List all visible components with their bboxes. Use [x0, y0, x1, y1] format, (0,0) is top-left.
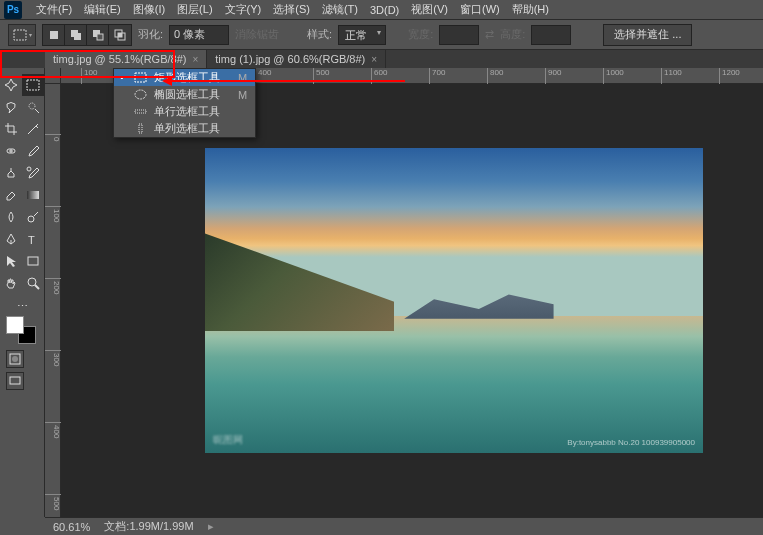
- feather-label: 羽化:: [138, 27, 163, 42]
- status-flyout-icon[interactable]: ▸: [208, 520, 214, 533]
- menu-layer[interactable]: 图层(L): [171, 0, 218, 19]
- svg-rect-5: [97, 34, 103, 40]
- document-canvas[interactable]: 昵图网 By:tonysabbb No.20 100939905000: [205, 148, 703, 453]
- svg-point-12: [27, 167, 31, 171]
- svg-rect-0: [14, 30, 26, 40]
- width-label: 宽度:: [408, 27, 433, 42]
- zoom-level[interactable]: 60.61%: [53, 521, 90, 533]
- doc-size-value: 1.99M/1.99M: [129, 520, 193, 532]
- zoom-tool[interactable]: [22, 272, 44, 294]
- swap-wh-icon: ⇄: [485, 28, 494, 41]
- options-bar: ▾ 羽化: 消除锯齿 样式: 正常 宽度: ⇄ 高度: 选择并遮住 ...: [0, 20, 763, 50]
- menu-view[interactable]: 视图(V): [405, 0, 454, 19]
- menu-filter[interactable]: 滤镜(T): [316, 0, 364, 19]
- width-input: [439, 25, 479, 45]
- brush-tool[interactable]: [22, 140, 44, 162]
- image-water: [205, 316, 703, 453]
- menu-bar: Ps 文件(F) 编辑(E) 图像(I) 图层(L) 文字(Y) 选择(S) 滤…: [0, 0, 763, 20]
- menu-edit[interactable]: 编辑(E): [78, 0, 127, 19]
- subtract-selection-icon[interactable]: [87, 25, 109, 45]
- move-tool[interactable]: [0, 74, 22, 96]
- svg-text:T: T: [28, 234, 35, 246]
- color-swatches[interactable]: [6, 316, 36, 344]
- dodge-tool[interactable]: [22, 206, 44, 228]
- document-tab[interactable]: timg.jpg @ 55.1%(RGB/8#)×: [45, 50, 207, 68]
- svg-rect-20: [10, 377, 20, 384]
- screenmode-icon[interactable]: [6, 372, 24, 390]
- history-brush-tool[interactable]: [22, 162, 44, 184]
- shape-tool[interactable]: [22, 250, 44, 272]
- path-select-tool[interactable]: [0, 250, 22, 272]
- add-selection-icon[interactable]: [65, 25, 87, 45]
- svg-point-17: [28, 278, 36, 286]
- intersect-selection-icon[interactable]: [109, 25, 131, 45]
- svg-rect-23: [135, 110, 146, 113]
- quickmask-icon[interactable]: [6, 350, 24, 368]
- marquee-tool[interactable]: [22, 74, 44, 96]
- watermark-left: 昵图网: [213, 433, 243, 447]
- svg-point-10: [29, 103, 35, 109]
- type-tool[interactable]: T: [22, 228, 44, 250]
- flyout-ellipse-marquee[interactable]: 椭圆选框工具 M: [114, 86, 255, 103]
- crop-tool[interactable]: [0, 118, 22, 140]
- flyout-label: 单列选框工具: [154, 121, 220, 136]
- ruler-vertical: 0100200300400500: [45, 84, 61, 517]
- svg-rect-13: [27, 191, 39, 199]
- svg-point-22: [135, 90, 146, 99]
- watermark-right: By:tonysabbb No.20 100939905000: [567, 438, 695, 447]
- lasso-tool[interactable]: [0, 96, 22, 118]
- marquee-flyout: • 矩形选框工具 M 椭圆选框工具 M 单行选框工具 单列选框工具: [113, 68, 256, 138]
- document-tabstrip: timg.jpg @ 55.1%(RGB/8#)× timg (1).jpg @…: [0, 50, 763, 68]
- doc-size-label: 文档:: [104, 520, 129, 532]
- eyedropper-tool[interactable]: [22, 118, 44, 140]
- menu-window[interactable]: 窗口(W): [454, 0, 506, 19]
- ellipse-marquee-icon: [132, 89, 148, 100]
- menu-file[interactable]: 文件(F): [30, 0, 78, 19]
- menu-type[interactable]: 文字(Y): [219, 0, 268, 19]
- blur-tool[interactable]: [0, 206, 22, 228]
- shortcut: M: [238, 72, 247, 84]
- menu-image[interactable]: 图像(I): [127, 0, 171, 19]
- close-icon[interactable]: ×: [192, 54, 198, 65]
- eraser-tool[interactable]: [0, 184, 22, 206]
- flyout-rect-marquee[interactable]: • 矩形选框工具 M: [114, 69, 255, 86]
- hand-tool[interactable]: [0, 272, 22, 294]
- height-input: [531, 25, 571, 45]
- tool-edit-icon[interactable]: ⋯: [0, 300, 44, 312]
- feather-input[interactable]: [169, 25, 229, 45]
- svg-rect-1: [50, 31, 58, 39]
- canvas-area[interactable]: 100200300400500600700800900100011001200 …: [45, 68, 763, 517]
- shortcut: M: [238, 89, 247, 101]
- ruler-corner: [45, 68, 61, 84]
- svg-rect-24: [139, 124, 142, 133]
- status-bar: 60.61% 文档:1.99M/1.99M ▸: [45, 517, 763, 535]
- menu-select[interactable]: 选择(S): [267, 0, 316, 19]
- svg-rect-8: [118, 33, 122, 37]
- col-marquee-icon: [132, 123, 148, 134]
- antialias-label: 消除锯齿: [235, 27, 279, 42]
- svg-rect-3: [74, 33, 81, 40]
- healing-tool[interactable]: [0, 140, 22, 162]
- menu-help[interactable]: 帮助(H): [506, 0, 555, 19]
- tool-preset[interactable]: ▾: [8, 24, 36, 46]
- flyout-col-marquee[interactable]: 单列选框工具: [114, 120, 255, 137]
- document-tab[interactable]: timg (1).jpg @ 60.6%(RGB/8#)×: [207, 50, 386, 68]
- flyout-row-marquee[interactable]: 单行选框工具: [114, 103, 255, 120]
- app-logo: Ps: [4, 1, 22, 19]
- new-selection-icon[interactable]: [43, 25, 65, 45]
- flyout-label: 单行选框工具: [154, 104, 220, 119]
- foreground-color[interactable]: [6, 316, 24, 334]
- flyout-label: 矩形选框工具: [154, 70, 220, 85]
- menu-3d[interactable]: 3D(D): [364, 2, 405, 18]
- select-and-mask-button[interactable]: 选择并遮住 ...: [603, 24, 692, 46]
- gradient-tool[interactable]: [22, 184, 44, 206]
- row-marquee-icon: [132, 106, 148, 117]
- clone-stamp-tool[interactable]: [0, 162, 22, 184]
- quick-select-tool[interactable]: [22, 96, 44, 118]
- tab-label: timg.jpg @ 55.1%(RGB/8#): [53, 53, 186, 65]
- style-dropdown[interactable]: 正常: [338, 25, 386, 45]
- svg-rect-9: [27, 80, 39, 90]
- style-label: 样式:: [307, 27, 332, 42]
- pen-tool[interactable]: [0, 228, 22, 250]
- close-icon[interactable]: ×: [371, 54, 377, 65]
